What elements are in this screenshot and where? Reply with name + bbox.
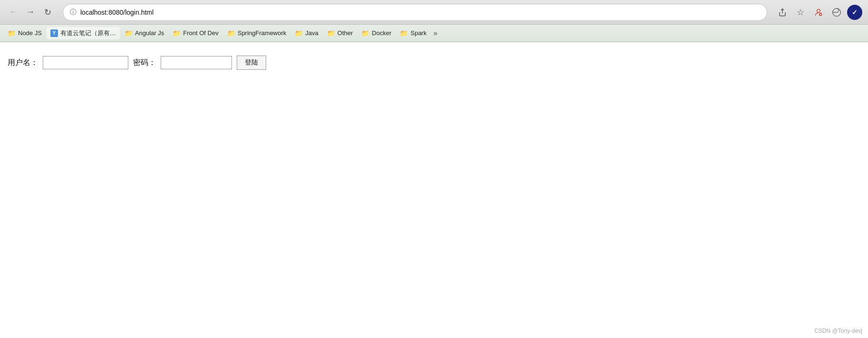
bookmark-nodejs-label: Node JS	[18, 29, 42, 37]
forward-button[interactable]: →	[23, 5, 38, 20]
info-icon: ⓘ	[70, 8, 77, 17]
bookmark-spark[interactable]: 📁 Spark	[396, 28, 430, 39]
profile-button[interactable]	[811, 5, 826, 20]
extensions-button[interactable]	[829, 5, 844, 20]
bookmark-other-label: Other	[338, 29, 353, 37]
nav-buttons: ← → ↻	[6, 5, 55, 20]
bookmark-youdao[interactable]: Y 有道云笔记（原有…	[47, 27, 120, 39]
folder-icon: 📁	[327, 29, 335, 37]
bookmarks-bar: 📁 Node JS Y 有道云笔记（原有… 📁 Angular Js 📁 Fro…	[0, 25, 868, 42]
folder-icon: 📁	[125, 29, 133, 37]
folder-icon: 📁	[400, 29, 408, 37]
folder-icon: 📁	[8, 29, 16, 37]
bookmark-other[interactable]: 📁 Other	[323, 28, 357, 39]
browser-chrome: ← → ↻ ⓘ localhost:8080/login.html ☆	[0, 0, 868, 42]
bookmark-spark-label: Spark	[410, 29, 426, 37]
folder-icon: 📁	[227, 29, 235, 37]
address-bar[interactable]: ⓘ localhost:8080/login.html	[63, 4, 767, 21]
bookmark-java[interactable]: 📁 Java	[291, 28, 322, 39]
login-form: 用户名： 密码： 登陆	[8, 56, 860, 70]
login-button[interactable]: 登陆	[237, 56, 266, 70]
folder-icon: 📁	[173, 29, 181, 37]
bookmark-springframework[interactable]: 📁 SpringFramework	[223, 28, 290, 39]
more-bookmarks-button[interactable]: »	[431, 27, 439, 39]
bookmark-java-label: Java	[305, 29, 318, 37]
bookmark-frontofdev-label: Front Of Dev	[183, 29, 218, 37]
bookmark-button[interactable]: ☆	[793, 5, 808, 20]
bookmark-springframework-label: SpringFramework	[238, 29, 287, 37]
watermark: CSDN @Tony-devj	[814, 328, 862, 334]
username-label: 用户名：	[8, 58, 38, 68]
bookmark-docker[interactable]: 📁 Docker	[357, 28, 395, 39]
back-button[interactable]: ←	[6, 5, 21, 20]
bookmark-nodejs[interactable]: 📁 Node JS	[4, 28, 46, 39]
bookmark-docker-label: Docker	[372, 29, 391, 37]
youdao-favicon: Y	[50, 29, 58, 37]
password-input[interactable]	[161, 56, 232, 69]
url-text: localhost:8080/login.html	[80, 9, 760, 16]
password-label: 密码：	[133, 58, 156, 68]
folder-icon: 📁	[361, 29, 369, 37]
refresh-button[interactable]: ↻	[40, 5, 55, 20]
folder-icon: 📁	[295, 29, 303, 37]
share-button[interactable]	[775, 5, 790, 20]
bookmark-angularjs-label: Angular Js	[135, 29, 164, 37]
browser-titlebar: ← → ↻ ⓘ localhost:8080/login.html ☆	[0, 0, 868, 25]
browser-actions: ☆ ✓	[775, 5, 862, 20]
page-content: 用户名： 密码： 登陆	[0, 42, 868, 337]
user-avatar-button[interactable]: ✓	[847, 5, 862, 20]
username-input[interactable]	[43, 56, 128, 69]
bookmark-angularjs[interactable]: 📁 Angular Js	[121, 28, 168, 39]
bookmark-youdao-label: 有道云笔记（原有…	[60, 29, 116, 38]
svg-point-1	[817, 9, 820, 12]
bookmark-frontofdev[interactable]: 📁 Front Of Dev	[169, 28, 222, 39]
